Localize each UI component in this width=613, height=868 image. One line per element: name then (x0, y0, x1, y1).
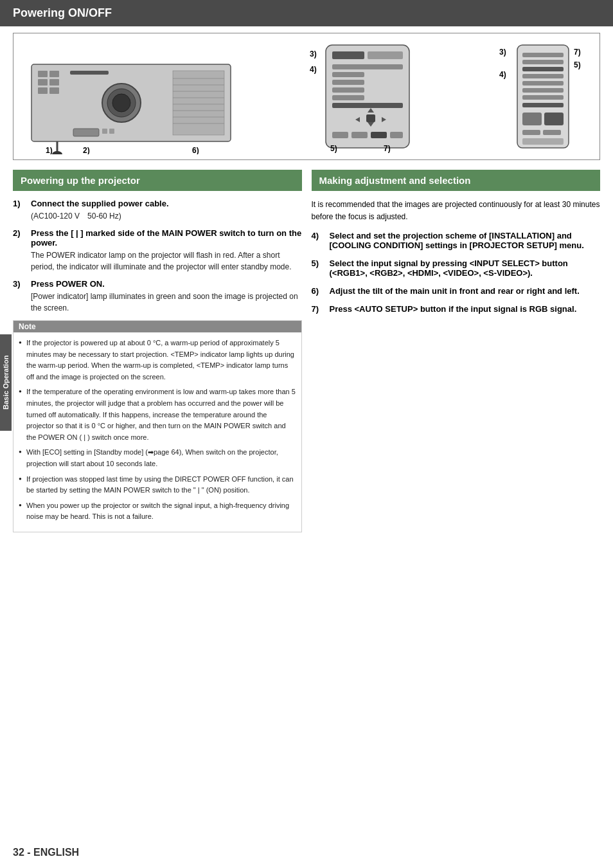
svg-rect-1 (38, 71, 48, 77)
step-3-title: Press POWER ON. (31, 279, 302, 289)
step-1-number: 1) (13, 199, 31, 208)
step-4-content: Select and set the projection scheme of … (330, 231, 601, 252)
svg-text:1): 1) (46, 146, 53, 154)
svg-rect-32 (332, 72, 364, 77)
powering-up-header: Powering up the projector (13, 170, 302, 191)
svg-rect-36 (332, 103, 403, 108)
svg-rect-59 (522, 113, 542, 125)
svg-text:7): 7) (574, 48, 581, 57)
projector-svg: 1) 2) 6) (19, 45, 244, 154)
projector-diagram: 1) 2) 6) (19, 45, 244, 154)
svg-rect-8 (173, 71, 224, 135)
svg-rect-56 (522, 88, 564, 93)
step-2-title: Press the [ | ] marked side of the MAIN … (31, 228, 302, 248)
step-6: 6) Adjust the tilt of the main unit in f… (312, 286, 601, 298)
svg-rect-43 (351, 132, 368, 138)
step-3-desc: [Power indicator] lamp illuminates in gr… (31, 291, 302, 314)
step-5-title: Select the input signal by pressing <INP… (330, 258, 601, 278)
svg-rect-42 (332, 132, 348, 138)
svg-text:4): 4) (499, 70, 506, 79)
step-7: 7) Press <AUTO SETUP> button if the inpu… (312, 304, 601, 316)
step-5-content: Select the input signal by pressing <INP… (330, 258, 601, 280)
note-item-4: If projection was stopped last time by u… (19, 474, 296, 496)
svg-text:3): 3) (310, 50, 317, 59)
step-3: 3) Press POWER ON. [Power indicator] lam… (13, 279, 302, 314)
col-right: Making adjustment and selection It is re… (312, 170, 601, 539)
note-item-2: If the temperature of the operating envi… (19, 386, 296, 443)
step-2-number: 2) (13, 228, 31, 238)
svg-text:2): 2) (83, 146, 90, 154)
svg-rect-60 (544, 113, 564, 125)
svg-point-21 (52, 151, 62, 154)
step-4-number: 4) (312, 231, 330, 240)
remote-front-diagram: 3) 4) 5) 7) (306, 39, 435, 154)
svg-rect-52 (522, 60, 564, 64)
svg-rect-35 (332, 95, 364, 100)
svg-text:7): 7) (384, 144, 391, 153)
step-5: 5) Select the input signal by pressing <… (312, 258, 601, 280)
step-4: 4) Select and set the projection scheme … (312, 231, 601, 252)
svg-text:3): 3) (499, 48, 506, 57)
svg-rect-57 (522, 95, 564, 100)
content-area: 1) 2) 6) (0, 33, 613, 552)
svg-rect-2 (49, 71, 59, 77)
remote-side-svg: 3) 4) 7) 5) (498, 39, 594, 154)
svg-rect-31 (332, 64, 403, 69)
note-content: If the projector is powered up at about … (13, 332, 301, 532)
page-header: Powering ON/OFF (0, 0, 613, 26)
adjustment-intro: It is recommended that the images are pr… (312, 199, 601, 223)
adjustment-header: Making adjustment and selection (312, 170, 601, 191)
svg-rect-26 (102, 129, 107, 134)
remote-side-diagram: 3) 4) 7) 5) (498, 39, 594, 154)
remote-front-svg: 3) 4) 5) 7) (306, 39, 435, 154)
svg-rect-63 (522, 138, 564, 145)
step-6-content: Adjust the tilt of the main unit in fron… (330, 286, 601, 298)
step-7-content: Press <AUTO SETUP> button if the input s… (330, 304, 601, 316)
step-6-title: Adjust the tilt of the main unit in fron… (330, 286, 601, 296)
svg-rect-62 (543, 130, 561, 135)
note-list: If the projector is powered up at about … (19, 338, 296, 523)
step-3-content: Press POWER ON. [Power indicator] lamp i… (31, 279, 302, 314)
svg-rect-33 (332, 80, 364, 85)
svg-rect-55 (522, 81, 564, 86)
col-left: Powering up the projector 1) Connect the… (13, 170, 302, 539)
svg-rect-54 (522, 74, 564, 78)
step-2-content: Press the [ | ] marked side of the MAIN … (31, 228, 302, 273)
note-item-5: When you power up the projector or switc… (19, 500, 296, 523)
note-box: Note If the projector is powered up at a… (13, 320, 302, 532)
step-1-desc: (AC100-120 V 50-60 Hz) (31, 210, 302, 222)
svg-rect-58 (522, 103, 564, 107)
page-number: 32 - ENGLISH (13, 847, 79, 858)
svg-text:5): 5) (330, 144, 337, 153)
step-1-title: Connect the supplied power cable. (31, 199, 302, 208)
svg-rect-4 (49, 79, 59, 86)
svg-text:5): 5) (574, 60, 581, 69)
svg-rect-30 (368, 51, 403, 59)
step-2: 2) Press the [ | ] marked side of the MA… (13, 228, 302, 273)
svg-rect-45 (390, 132, 403, 138)
step-7-number: 7) (312, 304, 330, 314)
step-2-desc: The POWER indicator lamp on the projecto… (31, 249, 302, 273)
svg-rect-61 (522, 130, 540, 135)
note-item-3: With [ECO] setting in [Standby mode] (➡p… (19, 447, 296, 469)
svg-rect-5 (38, 87, 48, 94)
step-6-number: 6) (312, 286, 330, 296)
svg-rect-7 (70, 71, 109, 75)
step-5-number: 5) (312, 258, 330, 268)
two-column-layout: Powering up the projector 1) Connect the… (13, 170, 600, 539)
step-7-title: Press <AUTO SETUP> button if the input s… (330, 304, 601, 314)
page-footer: 32 - ENGLISH (13, 847, 79, 858)
svg-rect-27 (109, 129, 114, 134)
note-header: Note (13, 321, 301, 332)
adjustment-section: It is recommended that the images are pr… (312, 199, 601, 316)
svg-rect-44 (371, 132, 387, 138)
step-1-content: Connect the supplied power cable. (AC100… (31, 199, 302, 222)
step-1: 1) Connect the supplied power cable. (AC… (13, 199, 302, 222)
svg-rect-41 (366, 114, 375, 122)
svg-rect-25 (73, 129, 99, 136)
svg-text:4): 4) (310, 65, 317, 74)
svg-rect-51 (522, 53, 564, 57)
svg-rect-34 (332, 87, 364, 93)
step-3-number: 3) (13, 279, 31, 289)
svg-rect-3 (38, 79, 48, 86)
